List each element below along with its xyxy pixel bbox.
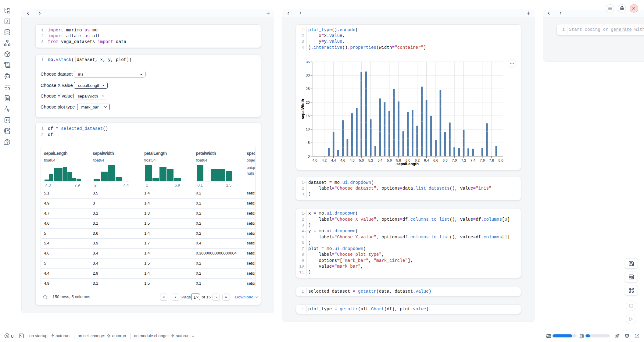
svg-text:0: 0 bbox=[308, 154, 309, 158]
svg-text:6.8: 6.8 bbox=[443, 158, 448, 162]
svg-text:sepalLength: sepalLength bbox=[396, 162, 419, 166]
svg-text:4.6: 4.6 bbox=[340, 158, 345, 162]
svg-text:6.2: 6.2 bbox=[415, 158, 420, 162]
svg-text:8.0: 8.0 bbox=[499, 158, 503, 162]
svg-text:5: 5 bbox=[308, 141, 309, 144]
svg-text:6.0: 6.0 bbox=[406, 158, 410, 162]
svg-text:7.8: 7.8 bbox=[489, 158, 494, 162]
svg-text:7.6: 7.6 bbox=[480, 158, 485, 162]
svg-text:30: 30 bbox=[306, 73, 310, 77]
svg-text:4.0: 4.0 bbox=[313, 158, 317, 162]
svg-text:5.0: 5.0 bbox=[359, 158, 364, 162]
svg-text:6.6: 6.6 bbox=[433, 158, 438, 162]
svg-text:6.4: 6.4 bbox=[424, 158, 429, 162]
svg-text:5.4: 5.4 bbox=[377, 158, 383, 162]
svg-text:4.8: 4.8 bbox=[350, 158, 355, 162]
svg-text:4.2: 4.2 bbox=[322, 158, 327, 162]
svg-text:5.8: 5.8 bbox=[396, 158, 401, 162]
svg-text:sepalWidth: sepalWidth bbox=[301, 99, 305, 119]
svg-text:7.0: 7.0 bbox=[452, 158, 457, 162]
svg-text:10: 10 bbox=[306, 127, 310, 131]
svg-text:4.4: 4.4 bbox=[331, 158, 336, 162]
svg-text:5.6: 5.6 bbox=[387, 158, 392, 162]
svg-text:15: 15 bbox=[306, 114, 310, 118]
svg-text:7.2: 7.2 bbox=[461, 158, 466, 162]
svg-text:7.4: 7.4 bbox=[470, 158, 476, 162]
svg-text:35: 35 bbox=[306, 60, 310, 64]
svg-text:25: 25 bbox=[306, 87, 310, 91]
svg-text:5.2: 5.2 bbox=[368, 158, 373, 162]
svg-text:20: 20 bbox=[306, 100, 310, 104]
